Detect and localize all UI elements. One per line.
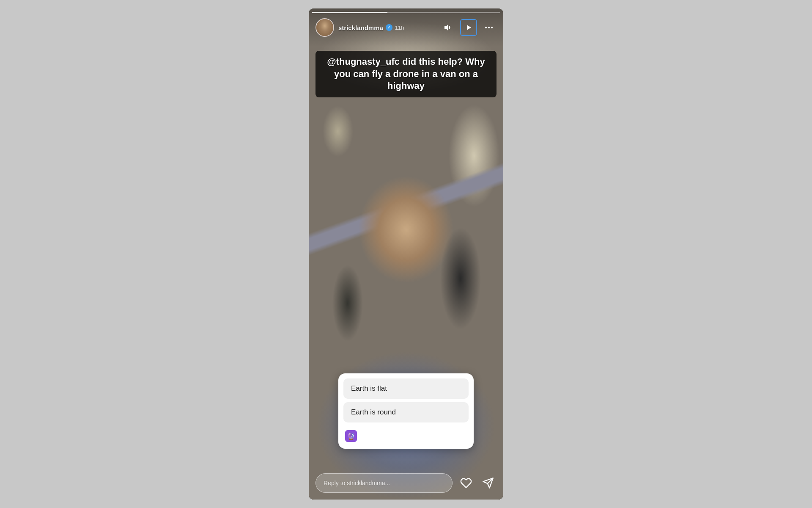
reply-placeholder: Reply to stricklandmma...: [324, 480, 390, 486]
caption-mention: @thugnasty_ufc: [327, 56, 400, 67]
play-button[interactable]: [460, 19, 477, 36]
poll-option-2[interactable]: Earth is round: [343, 402, 469, 422]
story-progress-bar: [312, 12, 500, 13]
svg-point-1: [488, 27, 490, 28]
svg-point-0: [485, 27, 487, 28]
phone-frame: stricklandmma ✓ 11h: [309, 8, 503, 500]
header-actions: [441, 19, 497, 36]
avatar-image: [316, 19, 333, 36]
caption-text: @thugnasty_ufc did this help? Why you ca…: [324, 56, 488, 92]
poll-emoji-char: 🔮: [347, 432, 355, 440]
story-header: stricklandmma ✓ 11h: [309, 8, 503, 47]
poll-emoji-icon: 🔮: [345, 430, 357, 442]
progress-bar-fill: [312, 12, 387, 13]
timestamp: 11h: [395, 25, 404, 31]
send-button[interactable]: [480, 475, 497, 491]
avatar[interactable]: [315, 18, 334, 37]
username-row: stricklandmma ✓ 11h: [338, 24, 441, 31]
caption-overlay: @thugnasty_ufc did this help? Why you ca…: [315, 51, 497, 97]
reply-input[interactable]: Reply to stricklandmma...: [315, 473, 453, 493]
verified-badge: ✓: [386, 24, 392, 31]
bottom-action-bar: Reply to stricklandmma...: [315, 473, 497, 493]
header-info: stricklandmma ✓ 11h: [338, 24, 441, 31]
more-options-button[interactable]: [481, 20, 497, 35]
username: stricklandmma: [338, 24, 383, 31]
poll-option-1[interactable]: Earth is flat: [343, 378, 469, 399]
poll-widget: Earth is flat Earth is round 🔮: [338, 373, 474, 449]
poll-emoji-row: 🔮: [343, 426, 469, 444]
sound-button[interactable]: [441, 20, 456, 35]
heart-button[interactable]: [458, 475, 475, 491]
svg-point-2: [491, 27, 493, 28]
caption-box: @thugnasty_ufc did this help? Why you ca…: [315, 51, 497, 97]
